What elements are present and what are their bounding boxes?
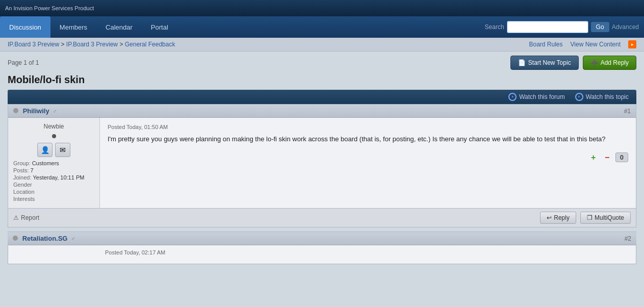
user-meta: Group: Customers Posts: 7 Joined: Yester… — [13, 160, 94, 202]
message-icon: ✉ — [60, 146, 66, 154]
joined-label: Joined: — [13, 174, 31, 181]
watch-forum-button[interactable]: ⚬ Watch this forum — [508, 93, 565, 101]
go-button[interactable]: Go — [591, 22, 609, 32]
user-rank: Newbie — [13, 123, 94, 130]
post-1-time: Posted Today, 01:50 AM — [108, 124, 628, 130]
post-2-number: #2 — [625, 235, 631, 242]
user-meta-gender: Gender — [13, 182, 94, 188]
breadcrumb-link-2[interactable]: IP.Board 3 Preview — [66, 41, 118, 48]
rss-icon[interactable]: ▸ — [628, 40, 636, 48]
watch-forum-label: Watch this forum — [519, 93, 565, 100]
reply-label: Reply — [554, 214, 570, 221]
post-2-gender-icon: ♂ — [71, 236, 75, 242]
joined-value: Yesterday, 10:11 PM — [33, 174, 84, 181]
post-1-number: #1 — [624, 108, 631, 115]
post-1-content: Posted Today, 01:50 AM I'm pretty sure y… — [100, 118, 636, 208]
vote-count: 0 — [615, 152, 628, 162]
user-meta-joined: Joined: Yesterday, 10:11 PM — [13, 174, 94, 181]
add-reply-button[interactable]: ➕ Add Reply — [583, 56, 636, 70]
user-meta-posts: Posts: 7 — [13, 167, 94, 173]
post-1-username[interactable]: Philiwily — [23, 107, 49, 115]
post-1-online-indicator — [13, 108, 18, 113]
post-1-action-footer: ⚠ Report ↩ Reply ❐ MultiQuote — [8, 209, 636, 227]
watch-topic-button[interactable]: ⚬ Watch this topic — [575, 93, 629, 101]
nav-tab-discussion[interactable]: Discussion — [0, 16, 50, 38]
post-1-header: Philiwily ♂ #1 — [8, 105, 636, 118]
breadcrumb-actions: Board Rules View New Content ▸ — [529, 40, 636, 48]
breadcrumb-bar: IP.Board 3 Preview > IP.Board 3 Preview … — [0, 38, 644, 52]
nav-tab-members[interactable]: Members — [50, 16, 96, 38]
report-icon: ⚠ — [13, 214, 19, 221]
add-reply-label: Add Reply — [601, 59, 629, 66]
post-1: Philiwily ♂ #1 Newbie 👤 ✉ — [8, 104, 636, 209]
vote-up-button[interactable]: + — [588, 152, 599, 163]
gender-label: Gender — [13, 182, 32, 188]
user-dots — [13, 132, 94, 140]
user-message-icon-btn[interactable]: ✉ — [55, 143, 70, 157]
start-topic-icon: 📄 — [518, 59, 526, 66]
watch-topic-label: Watch this topic — [586, 93, 629, 100]
search-input[interactable] — [507, 21, 588, 33]
post-2-username[interactable]: Retaliation.SG — [22, 235, 68, 242]
topic-title: Mobile/lo-fi skin — [8, 74, 636, 86]
vote-down-button[interactable]: − — [602, 152, 613, 163]
advanced-search-link[interactable]: Advanced — [612, 23, 639, 31]
post-2-header: Retaliation.SG ♂ #2 — [8, 232, 636, 245]
watch-bar: ⚬ Watch this forum ⚬ Watch this topic — [8, 90, 636, 104]
nav-tab-calendar[interactable]: Calendar — [96, 16, 142, 38]
breadcrumb-link-3[interactable]: General Feedback — [125, 41, 175, 48]
vote-controls: + − 0 — [588, 152, 628, 163]
multiquote-icon: ❐ — [587, 214, 593, 221]
brand-label: An Invision Power Services Product — [5, 5, 94, 11]
post-1-user-area: Philiwily ♂ — [13, 107, 57, 115]
report-button[interactable]: ⚠ Report — [13, 214, 39, 221]
breadcrumb-link-1[interactable]: IP.Board 3 Preview — [8, 41, 59, 48]
user-meta-group: Group: Customers — [13, 160, 94, 166]
report-label: Report — [21, 214, 39, 221]
vote-area: + − 0 — [108, 152, 628, 163]
multiquote-button[interactable]: ❐ MultiQuote — [580, 212, 631, 224]
post-2-time: Posted Today, 02:17 AM — [13, 249, 631, 255]
nav-bar: Discussion Members Calendar Portal Searc… — [0, 16, 644, 38]
breadcrumb-sep-1: > — [61, 41, 66, 48]
breadcrumb: IP.Board 3 Preview > IP.Board 3 Preview … — [8, 41, 175, 48]
group-value: Customers — [32, 160, 59, 166]
user-meta-interests: Interests — [13, 196, 94, 202]
profile-icon: 👤 — [41, 146, 49, 154]
post-1-gender-icon: ♂ — [53, 108, 57, 114]
posts-value: 7 — [31, 167, 34, 173]
nav-tab-portal[interactable]: Portal — [142, 16, 177, 38]
user-icons: 👤 ✉ — [13, 143, 94, 157]
view-new-content-link[interactable]: View New Content — [571, 41, 621, 48]
group-label: Group: — [13, 160, 31, 166]
search-label: Search — [485, 23, 504, 31]
posts-label: Posts: — [13, 167, 29, 173]
multiquote-label: MultiQuote — [595, 214, 624, 221]
post-1-sidebar: Newbie 👤 ✉ Group: Customers — [8, 118, 100, 208]
reply-button[interactable]: ↩ Reply — [540, 212, 576, 224]
interests-label: Interests — [13, 196, 35, 202]
start-topic-label: Start New Topic — [528, 59, 571, 66]
post-2-online-indicator — [13, 236, 18, 241]
watch-forum-icon: ⚬ — [508, 93, 517, 101]
top-bar: An Invision Power Services Product — [0, 0, 644, 16]
start-new-topic-button[interactable]: 📄 Start New Topic — [510, 56, 579, 70]
main-content: Page 1 of 1 📄 Start New Topic ➕ Add Repl… — [0, 52, 644, 268]
location-label: Location — [13, 189, 35, 195]
post-2-user-area: Retaliation.SG ♂ — [13, 235, 75, 242]
post-1-text: I'm pretty sure you guys were planning o… — [108, 134, 628, 144]
post-1-body: Newbie 👤 ✉ Group: Customers — [8, 118, 636, 208]
search-area: Search Go Advanced — [485, 21, 644, 33]
watch-topic-icon: ⚬ — [575, 93, 583, 101]
action-buttons: 📄 Start New Topic ➕ Add Reply — [510, 56, 636, 70]
board-rules-link[interactable]: Board Rules — [529, 41, 562, 48]
reply-actions: ↩ Reply ❐ MultiQuote — [540, 212, 631, 224]
page-info-bar: Page 1 of 1 📄 Start New Topic ➕ Add Repl… — [8, 56, 636, 70]
breadcrumb-sep-2: > — [119, 41, 124, 48]
user-profile-icon-btn[interactable]: 👤 — [37, 143, 53, 157]
page-info: Page 1 of 1 — [8, 59, 39, 66]
reply-icon: ↩ — [547, 214, 552, 221]
user-dot — [52, 134, 56, 138]
add-reply-icon: ➕ — [590, 59, 598, 66]
post-2-body-stub: Posted Today, 02:17 AM — [8, 245, 636, 264]
